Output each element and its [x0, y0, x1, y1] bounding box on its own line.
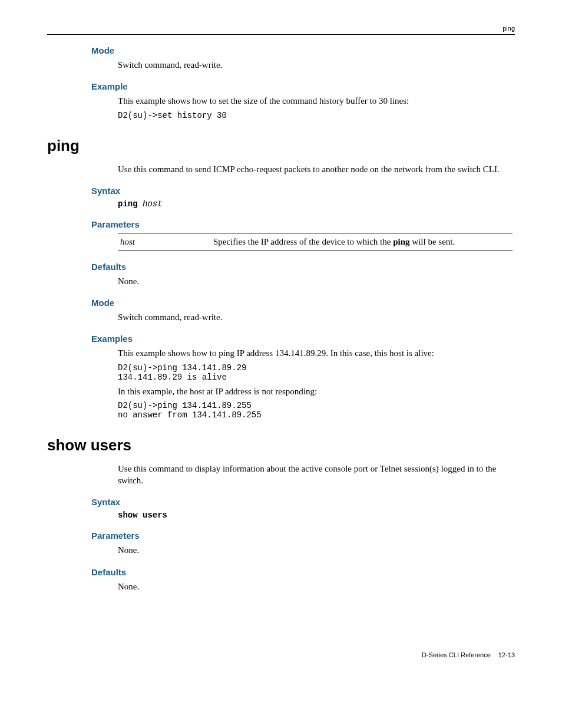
- syntax-line-showusers: show users: [118, 510, 515, 520]
- footer-doc-title: D-Series CLI Reference: [422, 651, 491, 658]
- section-mode-ping: Mode: [91, 298, 515, 308]
- showusers-intro: Use this command to display information …: [118, 463, 515, 487]
- param-desc-a: Specifies the IP address of the device t…: [213, 237, 393, 246]
- defaults-text-ping: None.: [118, 275, 515, 287]
- example-text-1: This example shows how to set the size o…: [118, 95, 515, 107]
- param-desc-b: will be sent.: [410, 237, 455, 246]
- section-parameters-ping: Parameters: [91, 219, 515, 229]
- mode-text-ping: Switch command, read-write.: [118, 311, 515, 323]
- example1-text-ping: This example shows how to ping IP addres…: [118, 347, 515, 359]
- section-examples-ping: Examples: [91, 334, 515, 344]
- example2-code-ping: D2(su)->ping 134.141.89.255 no answer fr…: [118, 401, 515, 420]
- running-header: ping: [47, 25, 515, 35]
- footer-page-number: 12-13: [498, 651, 515, 658]
- example2-text-ping: In this example, the host at IP address …: [118, 386, 515, 397]
- page-container: ping Mode Switch command, read-write. Ex…: [0, 0, 562, 688]
- section-syntax-showusers: Syntax: [91, 497, 515, 507]
- command-title-showusers: show users: [47, 436, 515, 454]
- defaults-text-showusers: None.: [118, 581, 515, 592]
- syntax-cmd-showusers: show users: [118, 510, 167, 520]
- section-example-1: Example: [91, 81, 515, 91]
- section-parameters-showusers: Parameters: [91, 531, 515, 541]
- ping-intro: Use this command to send ICMP echo-reque…: [118, 163, 515, 175]
- section-defaults-showusers: Defaults: [91, 567, 515, 577]
- section-syntax-ping: Syntax: [91, 186, 515, 196]
- command-title-ping: ping: [47, 137, 515, 155]
- section-defaults-ping: Defaults: [91, 262, 515, 272]
- mode-text-1: Switch command, read-write.: [118, 59, 515, 71]
- param-desc-cell: Specifies the IP address of the device t…: [211, 233, 513, 251]
- table-row: host Specifies the IP address of the dev…: [118, 233, 513, 251]
- section-mode-1: Mode: [91, 45, 515, 55]
- example-code-1: D2(su)->set history 30: [118, 111, 515, 120]
- param-name-cell: host: [118, 233, 211, 251]
- syntax-arg: host: [143, 199, 163, 209]
- syntax-cmd: ping: [118, 199, 138, 209]
- page-footer: D-Series CLI Reference 12-13: [47, 651, 515, 658]
- params-text-showusers: None.: [118, 544, 515, 556]
- syntax-line-ping: ping host: [118, 199, 515, 209]
- example1-code-ping: D2(su)->ping 134.141.89.29 134.141.89.29…: [118, 363, 515, 382]
- parameter-table: host Specifies the IP address of the dev…: [118, 233, 513, 251]
- param-desc-bold: ping: [393, 237, 409, 246]
